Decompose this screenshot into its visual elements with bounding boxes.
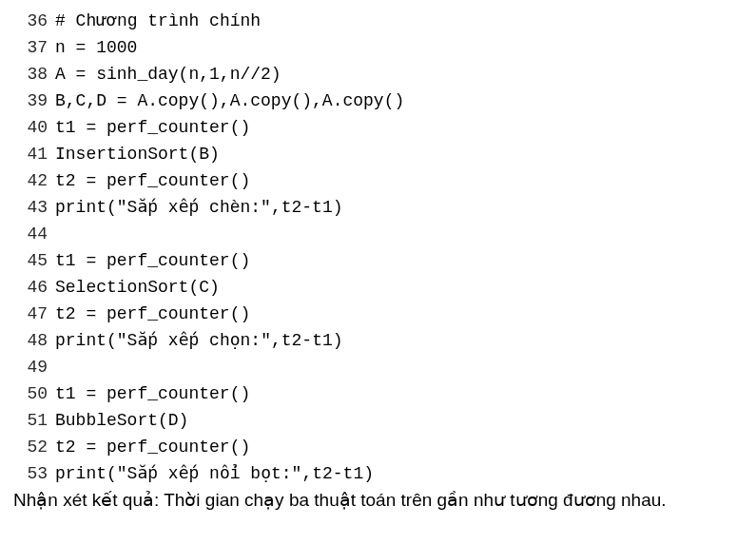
code-line: 45t1 = perf_counter() xyxy=(13,247,743,274)
line-number: 38 xyxy=(13,61,55,88)
result-note: Nhận xét kết quả: Thời gian chạy ba thuậ… xyxy=(13,489,743,511)
line-number: 44 xyxy=(13,221,55,247)
code-line: 42t2 = perf_counter() xyxy=(13,167,743,194)
code-line: 40t1 = perf_counter() xyxy=(13,114,743,141)
code-text: n = 1000 xyxy=(55,34,743,61)
code-line: 44 xyxy=(13,221,743,247)
code-text: B,C,D = A.copy(),A.copy(),A.copy() xyxy=(55,88,743,114)
line-number: 36 xyxy=(13,8,55,34)
line-number: 37 xyxy=(13,34,55,61)
line-number: 46 xyxy=(13,274,55,301)
line-number: 43 xyxy=(13,194,55,221)
code-text: t1 = perf_counter() xyxy=(55,380,743,407)
code-line: 53print("Sắp xếp nổi bọt:",t2-t1) xyxy=(13,460,743,487)
line-number: 52 xyxy=(13,434,55,460)
code-text: A = sinh_day(n,1,n//2) xyxy=(55,61,743,88)
code-line: 46SelectionSort(C) xyxy=(13,274,743,301)
code-text: # Chương trình chính xyxy=(55,8,743,34)
code-line: 52t2 = perf_counter() xyxy=(13,434,743,460)
code-line: 36# Chương trình chính xyxy=(13,8,743,34)
code-text: t2 = perf_counter() xyxy=(55,167,743,194)
code-text: t1 = perf_counter() xyxy=(55,247,743,274)
line-number: 49 xyxy=(13,354,55,380)
line-number: 42 xyxy=(13,167,55,194)
code-line: 43print("Sắp xếp chèn:",t2-t1) xyxy=(13,194,743,221)
line-number: 47 xyxy=(13,301,55,327)
line-number: 51 xyxy=(13,407,55,434)
code-text: BubbleSort(D) xyxy=(55,407,743,434)
code-text: print("Sắp xếp nổi bọt:",t2-t1) xyxy=(55,460,743,487)
code-text: print("Sắp xếp chọn:",t2-t1) xyxy=(55,327,743,354)
code-text: print("Sắp xếp chèn:",t2-t1) xyxy=(55,194,743,221)
code-text: t2 = perf_counter() xyxy=(55,301,743,327)
code-line: 51BubbleSort(D) xyxy=(13,407,743,434)
code-text: t1 = perf_counter() xyxy=(55,114,743,141)
code-line: 41InsertionSort(B) xyxy=(13,141,743,167)
line-number: 39 xyxy=(13,88,55,114)
code-block: 36# Chương trình chính37n = 100038A = si… xyxy=(13,8,743,487)
code-line: 47t2 = perf_counter() xyxy=(13,301,743,327)
line-number: 50 xyxy=(13,380,55,407)
code-line: 50t1 = perf_counter() xyxy=(13,380,743,407)
line-number: 40 xyxy=(13,114,55,141)
code-line: 39B,C,D = A.copy(),A.copy(),A.copy() xyxy=(13,88,743,114)
code-text: t2 = perf_counter() xyxy=(55,434,743,460)
line-number: 41 xyxy=(13,141,55,167)
line-number: 45 xyxy=(13,247,55,274)
code-line: 38A = sinh_day(n,1,n//2) xyxy=(13,61,743,88)
code-line: 37n = 1000 xyxy=(13,34,743,61)
code-text: InsertionSort(B) xyxy=(55,141,743,167)
code-line: 49 xyxy=(13,354,743,380)
code-text: SelectionSort(C) xyxy=(55,274,743,301)
line-number: 53 xyxy=(13,460,55,487)
code-line: 48print("Sắp xếp chọn:",t2-t1) xyxy=(13,327,743,354)
line-number: 48 xyxy=(13,327,55,354)
